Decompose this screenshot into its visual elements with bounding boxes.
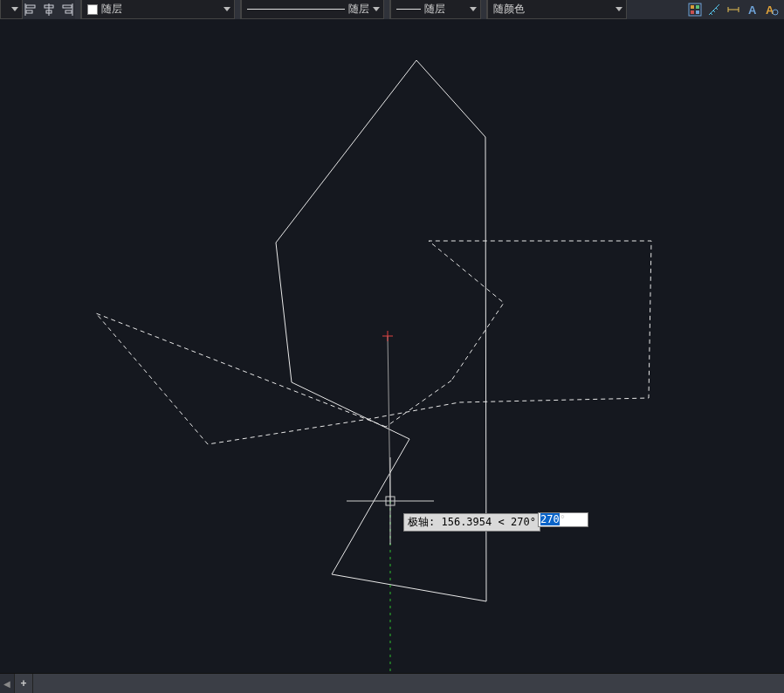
- svg-text:A: A: [766, 3, 774, 17]
- polar-angle-value: 270: [540, 513, 560, 525]
- polar-tooltip: 极轴: 156.3954 < 270°: [403, 513, 540, 532]
- dropdown-arrow-icon: [11, 7, 18, 11]
- polar-tooltip-angle: 270°: [511, 516, 536, 528]
- layer-dropdown-label: 随层: [101, 2, 122, 17]
- cad-svg: [0, 19, 784, 674]
- dropdown-arrow-icon: [470, 7, 477, 11]
- linetype-dropdown-label: 随层: [348, 2, 369, 17]
- svg-rect-10: [691, 5, 694, 9]
- dropdown-arrow-icon: [224, 7, 230, 11]
- solid-close: [276, 60, 416, 243]
- dashed-close: [386, 381, 451, 427]
- tab-scroll-left[interactable]: ◀: [0, 674, 15, 693]
- dropdown-arrow-icon: [616, 7, 622, 11]
- align-left-icon[interactable]: [23, 0, 40, 19]
- dropdown-arrow-icon: [373, 7, 380, 11]
- add-tab-label: +: [20, 677, 26, 690]
- svg-text:A: A: [748, 3, 757, 17]
- palette-icon[interactable]: [686, 0, 704, 19]
- basepoint-marker: [382, 331, 393, 341]
- svg-rect-1: [26, 10, 32, 13]
- layer-color-swatch: [87, 4, 98, 15]
- linetype-sample-icon: [247, 9, 345, 10]
- svg-rect-12: [691, 10, 694, 14]
- linetype-dropdown[interactable]: 随层: [241, 0, 384, 19]
- svg-rect-13: [696, 10, 699, 14]
- find-text-icon[interactable]: A: [763, 0, 781, 19]
- svg-rect-0: [26, 5, 35, 8]
- add-layout-tab[interactable]: +: [15, 674, 33, 693]
- leading-dropdown[interactable]: [0, 0, 23, 19]
- color-dropdown[interactable]: 随颜色: [487, 0, 627, 19]
- align-right-icon[interactable]: [58, 0, 75, 19]
- dimension-icon[interactable]: [725, 0, 742, 19]
- crosshair-cursor: [347, 457, 434, 545]
- toolbar-separator: [75, 0, 81, 19]
- polar-angle-input[interactable]: 270°: [538, 512, 588, 527]
- svg-rect-11: [696, 5, 699, 9]
- polar-tooltip-distance: 156.3954: [441, 516, 492, 528]
- layer-dropdown[interactable]: 随层: [81, 0, 235, 19]
- top-toolbar: 随层 随层 随层 随颜色 A A: [0, 0, 784, 20]
- polar-tooltip-label: 极轴:: [408, 516, 435, 528]
- toolbar-separator: [384, 0, 390, 19]
- drawing-canvas[interactable]: 极轴: 156.3954 < 270° 270°: [0, 19, 784, 674]
- tabstrip-filler: [33, 674, 784, 693]
- toolbar-separator: [481, 0, 487, 19]
- toolbar-separator: [235, 0, 241, 19]
- svg-rect-6: [63, 5, 72, 8]
- angle-bracket-icon: <: [499, 516, 505, 528]
- color-dropdown-label: 随颜色: [493, 2, 525, 17]
- svg-rect-7: [65, 10, 72, 13]
- toolbar-right-cluster: A A: [686, 0, 784, 19]
- text-a-icon[interactable]: A: [744, 0, 761, 19]
- degree-symbol: °: [560, 513, 566, 525]
- lineweight-dropdown-label: 随层: [424, 2, 445, 17]
- lineweight-sample-icon: [396, 9, 421, 10]
- measure-icon[interactable]: [705, 0, 723, 19]
- dashed-polyline: [96, 241, 651, 444]
- align-center-icon[interactable]: [40, 0, 58, 19]
- lineweight-dropdown[interactable]: 随层: [390, 0, 481, 19]
- layout-tabstrip: ◀ +: [0, 673, 784, 693]
